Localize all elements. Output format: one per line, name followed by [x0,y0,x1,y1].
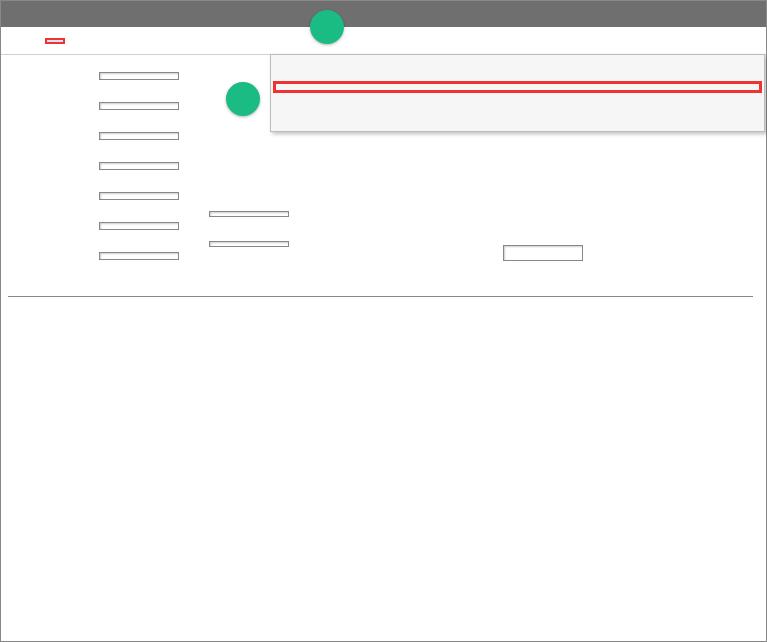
dropdown-item-limits[interactable] [273,93,762,105]
menu-help[interactable] [125,38,145,44]
chart-legend [8,624,26,636]
dropdown-item-exit-windows[interactable] [273,69,762,81]
menu-settings[interactable] [85,38,105,44]
dropdown-item-cooling-mode[interactable] [273,57,762,69]
client-total-value [209,241,289,247]
menu-refresh-rate[interactable] [25,38,45,44]
temp-sensor5-value [99,222,179,230]
disk-write-value [209,211,289,217]
menu-file[interactable] [5,38,25,44]
temp-sensor1-value [99,102,179,110]
menu-display-options[interactable] [65,38,85,44]
chart-area [8,296,753,628]
vbat-value [99,252,179,260]
line-chart-canvas [8,297,753,617]
temp-sensor0-value [99,72,179,80]
dropdown-item-hard-disks[interactable] [273,117,762,129]
unknown-inset-field [503,245,583,261]
dropdown-item-change-bus-freq[interactable] [273,81,762,93]
dropdown-item-sdram-eeprom[interactable] [273,105,762,117]
temp-sensor4-value [99,192,179,200]
temp-sensor2-value [99,132,179,140]
temp-sensor3-value [99,162,179,170]
annotation-marker-1 [310,10,344,44]
functions-dropdown-menu [270,54,765,132]
annotation-marker-2 [226,82,260,116]
menu-registration[interactable] [105,38,125,44]
menu-functions[interactable] [45,38,65,44]
menu-bar [1,27,766,55]
window-titlebar [1,1,766,27]
